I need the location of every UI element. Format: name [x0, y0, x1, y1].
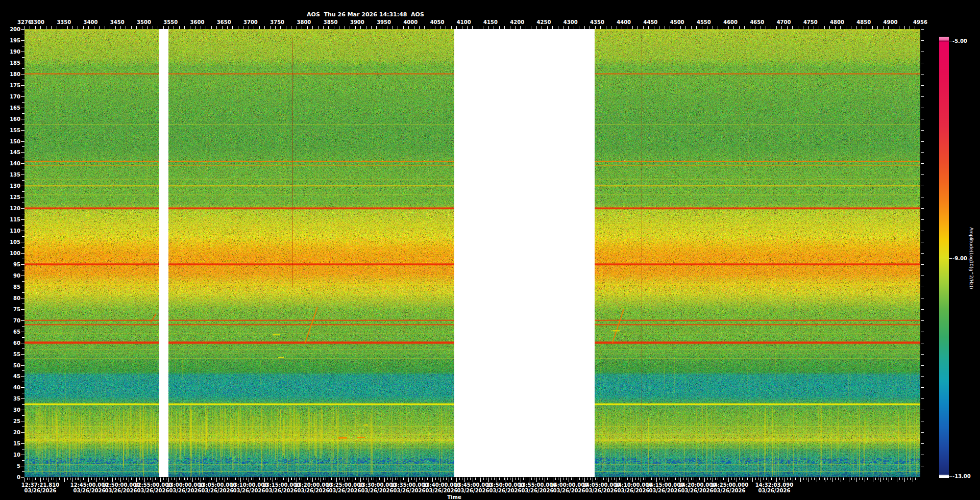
record-axis-tick-label: 4400 [617, 19, 631, 25]
record-axis-tick-label: 4100 [457, 19, 471, 25]
record-axis-tick-label: 4500 [670, 19, 684, 25]
record-axis-tick-label: 4900 [884, 19, 898, 25]
colorbar-tick [949, 476, 952, 477]
record-axis-tick-label: 4550 [697, 19, 711, 25]
record-axis-tick-label: 4050 [430, 19, 445, 25]
frequency-tick-label: 85 [1, 284, 20, 289]
frequency-axis-right-ticks [921, 29, 924, 477]
record-axis-tick-label: 4850 [856, 19, 871, 25]
frequency-tick-label: 80 [1, 295, 20, 301]
frequency-tick-label: 200 [1, 27, 20, 32]
date-value: 03/26/2026 [710, 488, 748, 493]
record-axis-tick-label: 3650 [217, 19, 231, 25]
frequency-tick-label: 50 [1, 362, 20, 368]
date-value: 03/26/2026 [755, 488, 793, 493]
frequency-tick-label: 100 [1, 251, 20, 256]
colorbar-title: Amplitude(Log10(g^2/Hz)) [969, 227, 974, 289]
time-axis-major-ticks [24, 478, 920, 482]
colorbar [939, 37, 949, 478]
frequency-tick-label: 10 [1, 452, 20, 458]
record-axis-tick-label: 3450 [110, 19, 125, 25]
frequency-tick-label: 5 [1, 463, 20, 469]
colorbar-max-label: -5.00 [952, 38, 967, 44]
time-axis-title: Time [447, 494, 461, 500]
record-axis-tick-label: 3750 [270, 19, 284, 25]
frequency-tick-label: 185 [1, 60, 20, 65]
frequency-tick-label: 120 [1, 206, 20, 211]
record-axis-tick-label: 4150 [483, 19, 498, 25]
frequency-tick-label: 20 [1, 430, 20, 435]
record-axis-tick-label: 3276 [17, 19, 32, 25]
record-axis-tick-label: 3300 [30, 19, 44, 25]
frequency-tick-label: 35 [1, 396, 20, 402]
frequency-tick-label: 165 [1, 105, 20, 110]
frequency-tick-label: 195 [1, 37, 20, 43]
frequency-tick-label: 15 [1, 441, 20, 446]
frequency-tick-label: 190 [1, 48, 20, 54]
time-tick-label: 12:37:21.81003/26/2026 [21, 482, 59, 493]
frequency-tick-label: 170 [1, 93, 20, 99]
time-value: 12:37:21.810 [21, 482, 59, 488]
record-axis-tick-label: 4600 [723, 19, 738, 25]
frequency-tick-label: 70 [1, 317, 20, 323]
record-axis-tick-label: 3550 [163, 19, 178, 25]
record-axis-tick-label: 3950 [377, 19, 391, 25]
frequency-tick-label: 65 [1, 329, 20, 334]
frequency-tick-label: 130 [1, 183, 20, 189]
record-axis-tick-label: 4300 [564, 19, 578, 25]
frequency-tick-label: 115 [1, 217, 20, 222]
frequency-tick-label: 140 [1, 161, 20, 166]
record-axis-tick-label: 3600 [190, 19, 205, 25]
aos-spectrogram-window: AOS Thu 26 Mar 2026 14:31:48 AOS CoordSy… [0, 0, 980, 500]
record-axis-tick-label: 4800 [830, 19, 844, 25]
frequency-tick-label: 0 [1, 474, 20, 480]
frequency-tick-label: 45 [1, 373, 20, 379]
record-axis-tick-label: 3500 [137, 19, 151, 25]
frequency-tick-label: 155 [1, 127, 20, 133]
time-value: 14:25:00.000 [710, 482, 748, 488]
record-axis-tick-label: 4250 [537, 19, 551, 25]
time-value: 14:32:03.090 [755, 482, 793, 488]
frequency-tick-label: 30 [1, 407, 20, 413]
time-tick-label: 14:25:00.00003/26/2026 [710, 482, 748, 493]
record-axis-tick-label: 3350 [57, 19, 71, 25]
record-axis-tick-label: 4750 [803, 19, 818, 25]
frequency-tick-label: 160 [1, 116, 20, 121]
record-axis-tick-label: 3400 [84, 19, 98, 25]
frequency-tick-label: 180 [1, 71, 20, 77]
frequency-tick-label: 60 [1, 340, 20, 345]
frequency-tick-label: 175 [1, 82, 20, 88]
record-axis-tick-label: 3700 [243, 19, 258, 25]
frequency-tick-label: 150 [1, 138, 20, 144]
frequency-tick-label: 55 [1, 351, 20, 357]
record-axis-tick-label: 4000 [403, 19, 418, 25]
time-tick-label: 14:32:03.09003/26/2026 [755, 482, 793, 493]
colorbar-mid-label: -9.00 [952, 256, 967, 261]
header-title: AOS Thu 26 Mar 2026 14:31:48 AOS [0, 12, 731, 17]
frequency-tick-label: 90 [1, 272, 20, 278]
record-axis-tick-label: 4956 [913, 19, 927, 25]
record-axis-tick-label: 3900 [350, 19, 364, 25]
frequency-tick-label: 135 [1, 172, 20, 178]
date-value: 03/26/2026 [21, 488, 59, 493]
record-axis-tick-label: 4650 [750, 19, 764, 25]
colorbar-tick [949, 41, 952, 41]
frequency-tick-label: 145 [1, 149, 20, 155]
record-axis-tick-label: 4200 [510, 19, 524, 25]
colorbar-min-label: -13.00 [952, 473, 971, 479]
frequency-tick-label: 40 [1, 385, 20, 390]
record-axis-tick-label: 3850 [324, 19, 338, 25]
frequency-tick-label: 95 [1, 261, 20, 267]
frequency-tick-label: 25 [1, 418, 20, 424]
frequency-tick-label: 75 [1, 306, 20, 312]
record-axis-tick-label: 4450 [643, 19, 657, 25]
record-axis-tick-label: 4350 [590, 19, 604, 25]
frequency-tick-label: 110 [1, 228, 20, 234]
record-axis-tick-label: 3800 [297, 19, 311, 25]
frequency-tick-label: 125 [1, 194, 20, 200]
record-axis-tick-label: 4700 [777, 19, 791, 25]
colorbar-tick [949, 258, 952, 259]
frequency-tick-mark [21, 477, 24, 478]
spectrogram-plot[interactable] [24, 29, 920, 477]
frequency-tick-label: 105 [1, 239, 20, 245]
